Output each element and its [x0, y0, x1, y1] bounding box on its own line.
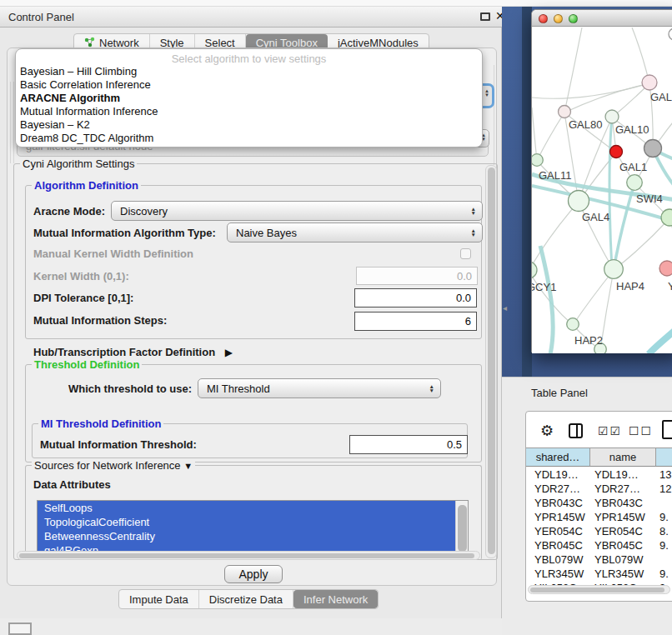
kernel-width-label: Kernel Width (0,1):: [33, 270, 129, 282]
attribute-item-betweennesscentrality[interactable]: BetweennessCentrality: [38, 529, 468, 543]
float-window-icon[interactable]: [480, 12, 490, 21]
cyni-bottom-tabbar: Impute DataDiscretize DataInfer Network: [118, 589, 379, 609]
combo-stepper-icon: ▲▼: [471, 207, 476, 215]
popup-item-bayesian-hill-climbing[interactable]: Bayesian – Hill Climbing: [16, 65, 482, 78]
network-edge[interactable]: [573, 270, 614, 325]
table-row[interactable]: YPR145WYPR145W9.: [526, 510, 672, 524]
aracne-mode-combo[interactable]: Discovery ▲▼: [111, 201, 483, 221]
table-row[interactable]: YBL079WYBL079W: [526, 552, 672, 567]
data-attributes-list: SelfLoopsTopologicalCoefficientBetweenne…: [37, 500, 469, 556]
popup-item-bayesian-k2[interactable]: Bayesian – K2: [16, 118, 482, 132]
network-window-titlebar[interactable]: [532, 10, 672, 27]
column-header-name[interactable]: name: [590, 448, 656, 467]
mi-threshold-group-title: MI Threshold Definition: [38, 418, 163, 430]
attribute-item-selfloops[interactable]: SelfLoops: [38, 501, 468, 515]
cell: 12: [659, 482, 671, 495]
popup-item-basic-correlation-inference[interactable]: Basic Correlation Inference: [16, 78, 482, 92]
minimize-traffic-light[interactable]: [554, 14, 563, 23]
bottom-tab-impute-data[interactable]: Impute Data: [119, 590, 199, 608]
groupbox-border-fragment: [494, 65, 494, 165]
show-columns-icon[interactable]: [569, 423, 583, 438]
mi-threshold-field[interactable]: 0.5: [349, 435, 468, 454]
network-node-gal[interactable]: [642, 75, 657, 90]
cell: YBR045C: [534, 539, 583, 552]
network-edge[interactable]: [532, 108, 537, 161]
table-panel-title: Table Panel: [531, 387, 588, 399]
network-node[interactable]: [610, 146, 623, 158]
cell: 9.: [659, 511, 669, 523]
deselect-all-checkboxes-icon[interactable]: ☐☐: [629, 424, 653, 438]
column-header-a[interactable]: A: [656, 448, 672, 467]
table-settings-gear-icon[interactable]: ⚙: [540, 422, 554, 440]
network-node-hap4[interactable]: [604, 260, 624, 279]
which-threshold-combo[interactable]: MI Threshold ▲▼: [198, 378, 441, 398]
network-node-gal4[interactable]: [569, 191, 589, 212]
network-edge[interactable]: [532, 202, 579, 271]
network-node-label: HAP4: [616, 280, 644, 292]
network-node[interactable]: [669, 28, 672, 40]
cyni-algorithm-settings-title: Cyni Algorithm Settings: [20, 158, 137, 170]
attribute-item-topologicalcoefficient[interactable]: TopologicalCoefficient: [38, 515, 468, 529]
zoom-traffic-light[interactable]: [569, 14, 578, 23]
dpi-tolerance-field[interactable]: 0.0: [354, 288, 477, 308]
minimized-panel-button[interactable]: [8, 622, 32, 635]
cell: 9.: [659, 539, 669, 552]
network-edge[interactable]: [649, 324, 672, 353]
control-panel-titlebar: Control Panel ✕: [0, 7, 502, 28]
sources-collapse-toggle[interactable]: Sources for Network Inference ▼: [32, 459, 195, 472]
table-row[interactable]: YDR27…YDR27…12: [526, 482, 672, 496]
mi-steps-value: 6: [465, 315, 471, 328]
network-node-gcy1[interactable]: [532, 262, 537, 278]
export-table-icon[interactable]: [662, 420, 672, 439]
apply-button-label: Apply: [238, 568, 268, 581]
popup-item-mutual-information-inference[interactable]: Mutual Information Inference: [16, 105, 482, 118]
network-edge[interactable]: [540, 246, 553, 353]
manual-kernel-checkbox[interactable]: [460, 248, 471, 259]
network-node-gal11[interactable]: [532, 154, 543, 167]
cell: YPR145W: [594, 511, 645, 523]
network-edge[interactable]: [532, 83, 649, 98]
network-node-label: GAL80: [569, 118, 602, 131]
table-row[interactable]: YER054CYER054C8.: [526, 524, 672, 538]
settings-hscrollbar-thumb[interactable]: [19, 553, 474, 559]
hub-definition-expander[interactable]: Hub/Transcription Factor Definition ▶: [33, 346, 233, 358]
settings-vscrollbar-thumb[interactable]: [488, 168, 495, 554]
table-row[interactable]: YDL19…YDL19…13: [526, 468, 672, 482]
table-row[interactable]: YLR345WYLR345W9.: [526, 567, 672, 581]
mi-type-combo[interactable]: Naive Bayes ▲▼: [227, 222, 483, 242]
network-node-hap2[interactable]: [567, 318, 579, 331]
settings-vscrollbar[interactable]: [485, 165, 497, 558]
cell: YER054C: [534, 525, 583, 538]
settings-hscrollbar[interactable]: [17, 551, 480, 560]
apply-button[interactable]: Apply: [224, 565, 283, 583]
table-hscrollbar[interactable]: [528, 585, 670, 594]
mi-steps-field[interactable]: 6: [354, 312, 477, 331]
popup-item-aracne-algorithm[interactable]: ARACNE Algorithm: [16, 92, 482, 105]
network-edge[interactable]: [537, 112, 564, 161]
splitpane-collapse-icon[interactable]: ◂: [503, 303, 507, 312]
attr-list-vscrollbar-thumb[interactable]: [458, 505, 467, 552]
network-edge[interactable]: [614, 183, 634, 270]
network-node-gal1[interactable]: [644, 140, 662, 158]
network-edge[interactable]: [609, 118, 612, 269]
bottom-tab-discretize-data[interactable]: Discretize Data: [199, 590, 293, 608]
column-header-shared-[interactable]: shared…: [526, 448, 590, 467]
kernel-width-field[interactable]: 0.0: [356, 267, 478, 285]
table-hscrollbar-thumb[interactable]: [530, 588, 664, 593]
network-canvas[interactable]: GALGAL80GAL10GAL1GAL11SWI4GAL4GCY1HAP4YH…: [532, 28, 672, 353]
network-node-gal10[interactable]: [605, 110, 619, 123]
control-panel-window: Control Panel ✕ NetworkStyleSelectCyni T…: [0, 7, 502, 618]
popup-item-dream8-dc-tdc-algorithm[interactable]: Dream8 DC_TDC Algorithm: [16, 132, 482, 145]
table-row[interactable]: YBR045CYBR045C9.: [526, 538, 672, 552]
network-node-y[interactable]: [659, 261, 672, 276]
dpi-tolerance-label: DPI Tolerance [0,1]:: [33, 292, 133, 304]
select-all-checkboxes-icon[interactable]: ☑☑: [598, 424, 622, 438]
bottom-tab-infer-network[interactable]: Infer Network: [293, 590, 378, 608]
table-row[interactable]: YBR043CYBR043C: [526, 496, 672, 510]
network-node-gal80[interactable]: [559, 106, 571, 118]
groupbox-border-fragment: [10, 82, 11, 163]
network-node-swi4[interactable]: [627, 175, 643, 191]
network-edge[interactable]: [564, 28, 582, 112]
network-node-label: GAL4: [582, 211, 609, 223]
close-traffic-light[interactable]: [539, 14, 548, 23]
